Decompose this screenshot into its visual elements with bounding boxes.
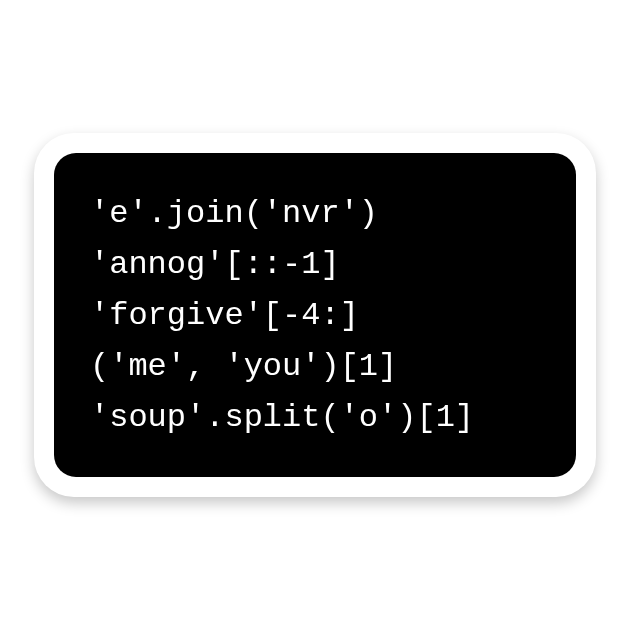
code-line: 'soup'.split('o')[1] (90, 399, 540, 436)
sticker-frame: 'e'.join('nvr') 'annog'[::-1] 'forgive'[… (34, 133, 596, 497)
code-panel: 'e'.join('nvr') 'annog'[::-1] 'forgive'[… (54, 153, 576, 477)
code-line: 'annog'[::-1] (90, 246, 540, 283)
code-line: 'e'.join('nvr') (90, 195, 540, 232)
code-line: 'forgive'[-4:] (90, 297, 540, 334)
code-line: ('me', 'you')[1] (90, 348, 540, 385)
